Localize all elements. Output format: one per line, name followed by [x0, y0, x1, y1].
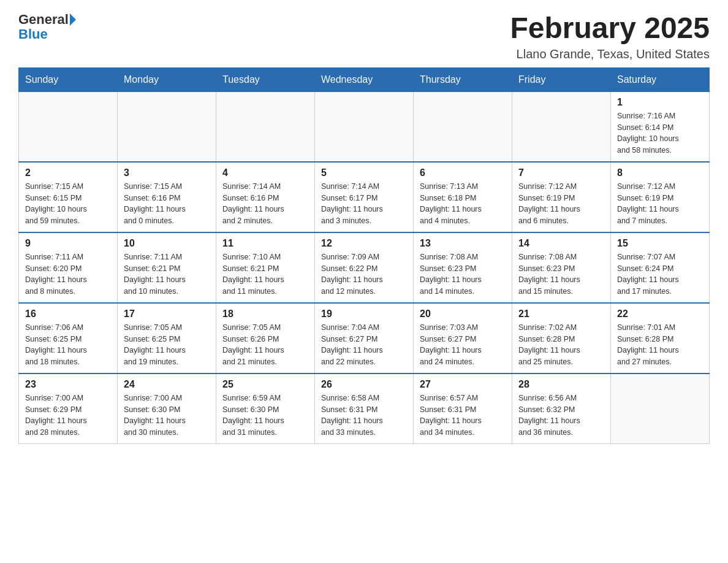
- day-info: Sunrise: 7:09 AMSunset: 6:22 PMDaylight:…: [321, 251, 407, 297]
- day-of-week-header: Sunday: [19, 67, 118, 91]
- day-number: 4: [222, 167, 308, 178]
- month-title: February 2025: [510, 12, 710, 45]
- day-number: 23: [25, 379, 111, 390]
- day-info: Sunrise: 6:59 AMSunset: 6:30 PMDaylight:…: [222, 393, 308, 439]
- day-info: Sunrise: 7:10 AMSunset: 6:21 PMDaylight:…: [222, 251, 308, 297]
- day-info: Sunrise: 7:08 AMSunset: 6:23 PMDaylight:…: [420, 251, 506, 297]
- day-of-week-header: Monday: [118, 67, 216, 91]
- calendar-day-cell: 3Sunrise: 7:15 AMSunset: 6:16 PMDaylight…: [118, 162, 216, 232]
- logo: General Blue: [18, 12, 76, 42]
- day-number: 13: [420, 238, 506, 249]
- day-info: Sunrise: 6:56 AMSunset: 6:32 PMDaylight:…: [518, 393, 604, 439]
- calendar-header-row: SundayMondayTuesdayWednesdayThursdayFrid…: [19, 67, 710, 91]
- calendar-day-cell: 17Sunrise: 7:05 AMSunset: 6:25 PMDayligh…: [118, 303, 216, 373]
- day-of-week-header: Tuesday: [216, 67, 315, 91]
- day-info: Sunrise: 7:05 AMSunset: 6:25 PMDaylight:…: [124, 322, 210, 368]
- calendar-week-row: 16Sunrise: 7:06 AMSunset: 6:25 PMDayligh…: [19, 303, 710, 373]
- calendar-day-cell: 6Sunrise: 7:13 AMSunset: 6:18 PMDaylight…: [414, 162, 512, 232]
- logo-blue-text: Blue: [18, 27, 48, 42]
- calendar-week-row: 9Sunrise: 7:11 AMSunset: 6:20 PMDaylight…: [19, 232, 710, 303]
- day-of-week-header: Saturday: [611, 67, 710, 91]
- calendar-day-cell: 15Sunrise: 7:07 AMSunset: 6:24 PMDayligh…: [611, 232, 710, 303]
- day-number: 15: [617, 238, 703, 249]
- calendar-day-cell: 8Sunrise: 7:12 AMSunset: 6:19 PMDaylight…: [611, 162, 710, 232]
- calendar-day-cell: 2Sunrise: 7:15 AMSunset: 6:15 PMDaylight…: [19, 162, 118, 232]
- day-info: Sunrise: 7:16 AMSunset: 6:14 PMDaylight:…: [617, 110, 703, 156]
- day-number: 17: [124, 308, 210, 320]
- calendar-day-cell: 26Sunrise: 6:58 AMSunset: 6:31 PMDayligh…: [315, 373, 414, 444]
- calendar-day-cell: 19Sunrise: 7:04 AMSunset: 6:27 PMDayligh…: [315, 303, 414, 373]
- calendar-day-cell: 10Sunrise: 7:11 AMSunset: 6:21 PMDayligh…: [118, 232, 216, 303]
- title-block: February 2025 Llano Grande, Texas, Unite…: [510, 12, 710, 61]
- day-of-week-header: Friday: [512, 67, 611, 91]
- calendar-day-cell: 25Sunrise: 6:59 AMSunset: 6:30 PMDayligh…: [216, 373, 315, 444]
- day-info: Sunrise: 7:12 AMSunset: 6:19 PMDaylight:…: [518, 181, 604, 227]
- calendar-day-cell: [611, 373, 710, 444]
- calendar-day-cell: 28Sunrise: 6:56 AMSunset: 6:32 PMDayligh…: [512, 373, 611, 444]
- calendar-day-cell: [19, 91, 118, 162]
- calendar-day-cell: 5Sunrise: 7:14 AMSunset: 6:17 PMDaylight…: [315, 162, 414, 232]
- logo-arrow-icon: [70, 13, 76, 26]
- day-info: Sunrise: 7:12 AMSunset: 6:19 PMDaylight:…: [617, 181, 703, 227]
- calendar-day-cell: [118, 91, 216, 162]
- day-number: 21: [518, 308, 604, 320]
- day-info: Sunrise: 7:08 AMSunset: 6:23 PMDaylight:…: [518, 251, 604, 297]
- calendar-week-row: 1Sunrise: 7:16 AMSunset: 6:14 PMDaylight…: [19, 91, 710, 162]
- day-info: Sunrise: 7:04 AMSunset: 6:27 PMDaylight:…: [321, 322, 407, 368]
- calendar-day-cell: 14Sunrise: 7:08 AMSunset: 6:23 PMDayligh…: [512, 232, 611, 303]
- calendar-day-cell: 20Sunrise: 7:03 AMSunset: 6:27 PMDayligh…: [414, 303, 512, 373]
- day-number: 18: [222, 308, 308, 320]
- calendar-day-cell: 1Sunrise: 7:16 AMSunset: 6:14 PMDaylight…: [611, 91, 710, 162]
- calendar-table: SundayMondayTuesdayWednesdayThursdayFrid…: [18, 67, 710, 444]
- logo-general-text: General: [18, 12, 69, 27]
- calendar-day-cell: 24Sunrise: 7:00 AMSunset: 6:30 PMDayligh…: [118, 373, 216, 444]
- day-number: 27: [420, 379, 506, 390]
- day-number: 12: [321, 238, 407, 249]
- calendar-day-cell: 16Sunrise: 7:06 AMSunset: 6:25 PMDayligh…: [19, 303, 118, 373]
- day-info: Sunrise: 7:11 AMSunset: 6:21 PMDaylight:…: [124, 251, 210, 297]
- calendar-day-cell: 9Sunrise: 7:11 AMSunset: 6:20 PMDaylight…: [19, 232, 118, 303]
- calendar-day-cell: [216, 91, 315, 162]
- calendar-week-row: 23Sunrise: 7:00 AMSunset: 6:29 PMDayligh…: [19, 373, 710, 444]
- day-of-week-header: Wednesday: [315, 67, 414, 91]
- calendar-day-cell: [512, 91, 611, 162]
- day-info: Sunrise: 7:07 AMSunset: 6:24 PMDaylight:…: [617, 251, 703, 297]
- day-info: Sunrise: 7:05 AMSunset: 6:26 PMDaylight:…: [222, 322, 308, 368]
- day-number: 6: [420, 167, 506, 178]
- day-info: Sunrise: 7:01 AMSunset: 6:28 PMDaylight:…: [617, 322, 703, 368]
- calendar-day-cell: [315, 91, 414, 162]
- day-info: Sunrise: 7:13 AMSunset: 6:18 PMDaylight:…: [420, 181, 506, 227]
- calendar-day-cell: 11Sunrise: 7:10 AMSunset: 6:21 PMDayligh…: [216, 232, 315, 303]
- day-info: Sunrise: 7:14 AMSunset: 6:17 PMDaylight:…: [321, 181, 407, 227]
- day-number: 14: [518, 238, 604, 249]
- location-text: Llano Grande, Texas, United States: [510, 47, 710, 61]
- calendar-day-cell: 21Sunrise: 7:02 AMSunset: 6:28 PMDayligh…: [512, 303, 611, 373]
- day-number: 25: [222, 379, 308, 390]
- day-number: 10: [124, 238, 210, 249]
- day-number: 5: [321, 167, 407, 178]
- day-info: Sunrise: 6:58 AMSunset: 6:31 PMDaylight:…: [321, 393, 407, 439]
- day-info: Sunrise: 7:02 AMSunset: 6:28 PMDaylight:…: [518, 322, 604, 368]
- calendar-day-cell: 12Sunrise: 7:09 AMSunset: 6:22 PMDayligh…: [315, 232, 414, 303]
- day-info: Sunrise: 7:06 AMSunset: 6:25 PMDaylight:…: [25, 322, 111, 368]
- day-number: 2: [25, 167, 111, 178]
- day-number: 1: [617, 97, 703, 108]
- calendar-day-cell: 4Sunrise: 7:14 AMSunset: 6:16 PMDaylight…: [216, 162, 315, 232]
- day-number: 24: [124, 379, 210, 390]
- day-info: Sunrise: 6:57 AMSunset: 6:31 PMDaylight:…: [420, 393, 506, 439]
- day-number: 7: [518, 167, 604, 178]
- day-number: 11: [222, 238, 308, 249]
- calendar-day-cell: 7Sunrise: 7:12 AMSunset: 6:19 PMDaylight…: [512, 162, 611, 232]
- day-number: 20: [420, 308, 506, 320]
- day-info: Sunrise: 7:03 AMSunset: 6:27 PMDaylight:…: [420, 322, 506, 368]
- day-number: 3: [124, 167, 210, 178]
- calendar-week-row: 2Sunrise: 7:15 AMSunset: 6:15 PMDaylight…: [19, 162, 710, 232]
- calendar-day-cell: 13Sunrise: 7:08 AMSunset: 6:23 PMDayligh…: [414, 232, 512, 303]
- day-info: Sunrise: 7:15 AMSunset: 6:16 PMDaylight:…: [124, 181, 210, 227]
- day-number: 22: [617, 308, 703, 320]
- calendar-day-cell: 23Sunrise: 7:00 AMSunset: 6:29 PMDayligh…: [19, 373, 118, 444]
- day-of-week-header: Thursday: [414, 67, 512, 91]
- day-info: Sunrise: 7:00 AMSunset: 6:29 PMDaylight:…: [25, 393, 111, 439]
- day-info: Sunrise: 7:14 AMSunset: 6:16 PMDaylight:…: [222, 181, 308, 227]
- day-number: 9: [25, 238, 111, 249]
